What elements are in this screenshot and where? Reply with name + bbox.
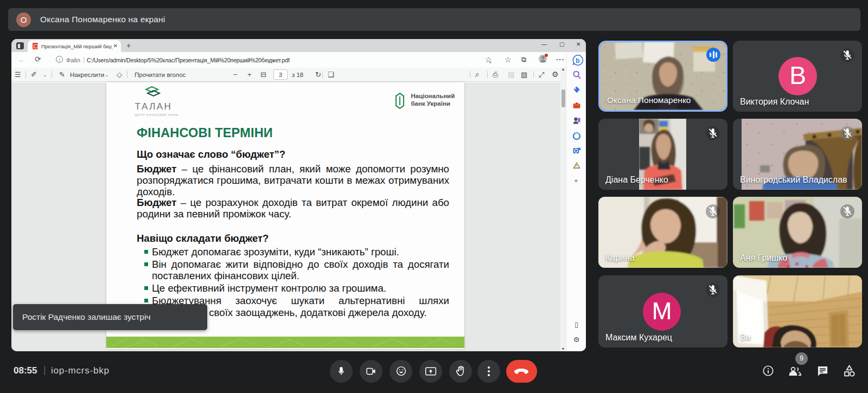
svg-text:+: + <box>574 177 578 185</box>
svg-text:b: b <box>576 57 579 65</box>
